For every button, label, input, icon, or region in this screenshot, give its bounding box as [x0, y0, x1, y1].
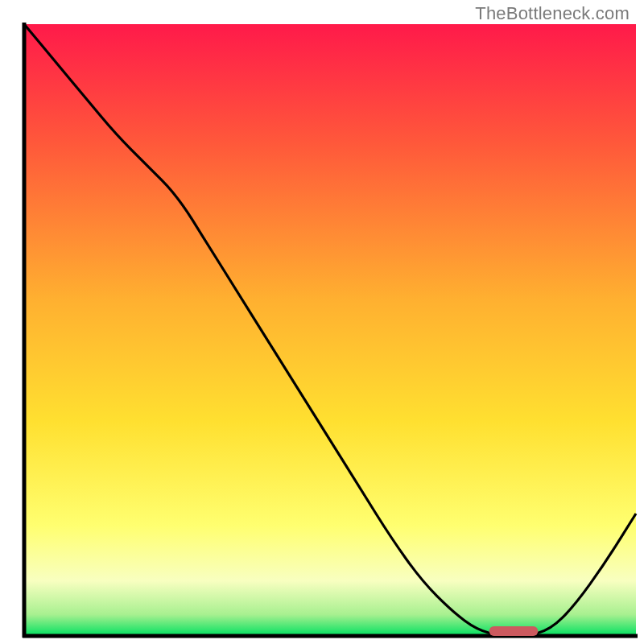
- bottleneck-chart: [0, 0, 644, 644]
- plot-background: [24, 24, 636, 636]
- watermark-text: TheBottleneck.com: [475, 3, 630, 24]
- optimal-marker: [489, 626, 539, 636]
